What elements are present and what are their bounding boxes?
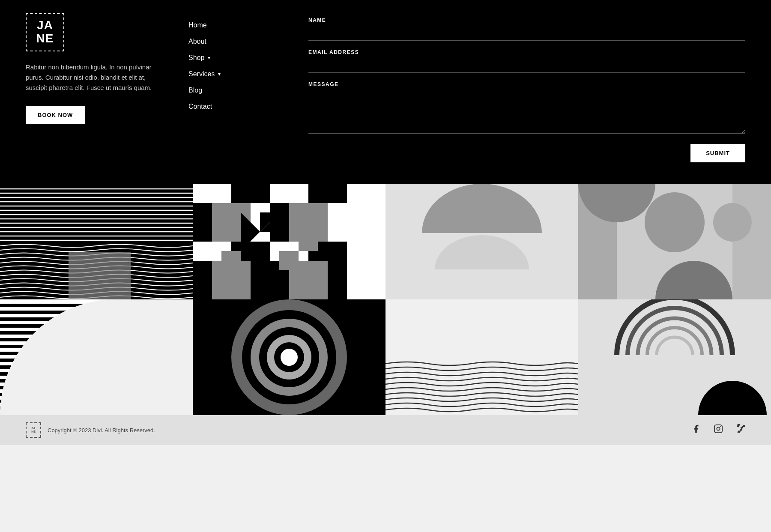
svg-point-117	[720, 426, 721, 427]
svg-point-80	[645, 192, 705, 252]
svg-rect-70	[299, 232, 318, 251]
svg-rect-69	[279, 251, 299, 270]
svg-rect-21	[289, 184, 308, 203]
gallery-cell-8	[578, 299, 771, 415]
left-column: JANE Rabitur non bibendum ligula. In non…	[26, 13, 163, 162]
email-input[interactable]	[308, 59, 745, 73]
footer-left: JANE Copyright © 2023 Divi. All Rights R…	[26, 422, 155, 438]
footer-social	[691, 424, 745, 436]
submit-button[interactable]: SUBMIT	[690, 144, 745, 162]
svg-rect-48	[193, 261, 212, 280]
svg-rect-39	[328, 222, 347, 242]
gallery-cell-6	[193, 299, 386, 415]
nav-about[interactable]: About	[188, 33, 283, 50]
svg-rect-115	[714, 425, 722, 433]
art-geometric	[193, 184, 386, 299]
tagline: Rabitur non bibendum ligula. In non pulv…	[26, 62, 163, 93]
svg-rect-63	[328, 280, 347, 299]
svg-rect-14	[69, 252, 131, 299]
svg-point-116	[717, 427, 720, 430]
svg-rect-51	[251, 261, 270, 280]
svg-rect-20	[270, 184, 289, 203]
message-textarea[interactable]	[308, 91, 745, 134]
art-half-circles	[386, 184, 578, 299]
gallery-cell-3	[386, 184, 578, 299]
art-lines-1	[0, 184, 193, 299]
message-label: MESSAGE	[308, 81, 745, 87]
svg-rect-22	[308, 184, 328, 203]
nav-shop[interactable]: Shop ▾	[188, 50, 283, 66]
svg-rect-60	[270, 280, 289, 299]
svg-rect-61	[289, 280, 308, 299]
gallery-cell-5	[0, 299, 193, 415]
instagram-icon[interactable]	[714, 424, 723, 436]
svg-rect-47	[328, 242, 347, 261]
gallery-cell-4	[578, 184, 771, 299]
logo-text: JANE	[36, 19, 54, 45]
art-concentric-circles	[193, 299, 386, 415]
email-label: EMAIL ADDRESS	[308, 49, 745, 55]
message-field-group: MESSAGE	[308, 81, 745, 135]
svg-rect-43	[251, 242, 270, 261]
svg-rect-33	[212, 222, 231, 242]
svg-rect-58	[231, 280, 251, 299]
book-now-button[interactable]: BOOK NOW	[26, 106, 85, 124]
deviantart-icon[interactable]	[736, 424, 745, 436]
svg-rect-19	[251, 184, 270, 203]
svg-rect-30	[308, 203, 328, 222]
name-label: NAME	[308, 17, 745, 23]
svg-rect-18	[231, 184, 251, 203]
nav-services-label: Services	[188, 70, 215, 78]
nav-home[interactable]: Home	[188, 17, 283, 33]
svg-rect-17	[212, 184, 231, 203]
svg-rect-68	[221, 251, 241, 270]
svg-point-109	[281, 349, 298, 366]
svg-rect-16	[193, 184, 212, 203]
name-input[interactable]	[308, 27, 745, 41]
svg-rect-31	[328, 203, 347, 222]
submit-row: SUBMIT	[308, 144, 745, 162]
nav-home-label: Home	[188, 21, 207, 29]
footer-logo: JANE	[26, 422, 41, 438]
svg-rect-59	[251, 280, 270, 299]
nav-contact[interactable]: Contact	[188, 99, 283, 115]
svg-rect-57	[212, 280, 231, 299]
footer: JANE Copyright © 2023 Divi. All Rights R…	[0, 415, 771, 445]
facebook-icon[interactable]	[691, 424, 701, 436]
svg-rect-40	[193, 242, 212, 261]
gallery-section	[0, 184, 771, 415]
services-chevron-icon: ▾	[218, 71, 221, 77]
art-quarter-circle-stripes	[0, 299, 193, 415]
art-wavy-lines	[386, 299, 578, 415]
nav-blog-label: Blog	[188, 87, 202, 94]
svg-rect-62	[308, 280, 328, 299]
footer-copyright: Copyright © 2023 Divi. All Rights Reserv…	[48, 427, 155, 433]
gallery-cell-1	[0, 184, 193, 299]
svg-rect-29	[289, 203, 308, 222]
svg-rect-56	[193, 280, 212, 299]
email-field-group: EMAIL ADDRESS	[308, 49, 745, 73]
svg-rect-54	[308, 261, 328, 280]
svg-rect-78	[732, 184, 771, 299]
gallery-cell-7	[386, 299, 578, 415]
svg-rect-55	[328, 261, 347, 280]
svg-rect-25	[212, 203, 231, 222]
logo: JANE	[26, 13, 64, 51]
nav-services[interactable]: Services ▾	[188, 66, 283, 82]
svg-rect-24	[193, 203, 212, 222]
art-rainbow-arcs	[578, 299, 771, 415]
nav-column: Home About Shop ▾ Services ▾ Blog Contac…	[188, 13, 283, 162]
contact-form: NAME EMAIL ADDRESS MESSAGE SUBMIT	[308, 13, 745, 162]
name-field-group: NAME	[308, 17, 745, 41]
svg-rect-32	[193, 222, 212, 242]
nav-about-label: About	[188, 38, 206, 45]
svg-rect-75	[435, 269, 529, 299]
svg-rect-23	[328, 184, 347, 203]
art-circles-gray	[578, 184, 771, 299]
top-section: JANE Rabitur non bibendum ligula. In non…	[0, 0, 771, 184]
shop-chevron-icon: ▾	[208, 55, 210, 61]
nav-blog[interactable]: Blog	[188, 82, 283, 99]
svg-point-82	[713, 203, 752, 242]
nav-contact-label: Contact	[188, 103, 212, 111]
gallery-cell-2	[193, 184, 386, 299]
